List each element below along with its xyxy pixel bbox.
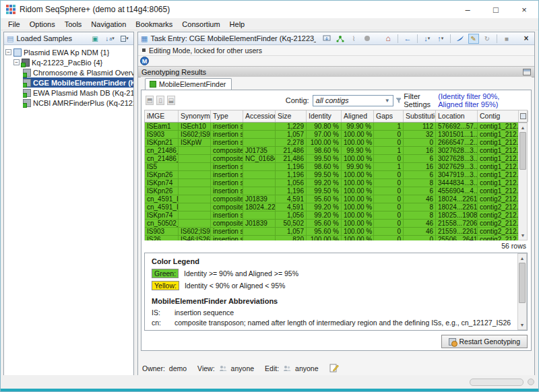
column-header-type[interactable]: Type	[211, 110, 243, 122]
save-image-icon[interactable]: ⬓	[167, 96, 175, 105]
table-row[interactable]: ISKpn74insertion se...1,05699.20 %100.00…	[145, 179, 518, 187]
table-row[interactable]: ISKpn74insertion se...1,05699.20 %100.00…	[145, 211, 518, 220]
collapse-all-icon[interactable]: −▾	[119, 34, 131, 44]
table-cell: 820	[276, 236, 307, 240]
filter-details[interactable]: (Identity filter 90%, Aligned filter 95%…	[438, 92, 524, 108]
scroll-up-icon[interactable]: ▲	[519, 123, 527, 132]
table-cell: 0	[374, 139, 404, 147]
table-row[interactable]: ISKpn21ISKpWinsertion se...2,278100.00 %…	[145, 139, 518, 147]
column-header-size[interactable]: Size	[276, 110, 307, 122]
table-row[interactable]: IS903IS602;IS903...insertion se...1,0579…	[145, 131, 518, 139]
table-cell: 0	[374, 171, 404, 179]
table-cell: cn_21486_IS5	[145, 147, 179, 155]
tree-sample-row[interactable]: − Kq-21223_PacBio {4}	[13, 57, 133, 67]
menu-item-navigation[interactable]: Navigation	[86, 19, 131, 30]
table-row[interactable]: cn_4591_IS...composite tr...18024..22615…	[145, 203, 518, 211]
table-cell: contig1_212...	[478, 163, 518, 171]
edit-mode-icon[interactable]: ✎	[468, 34, 479, 44]
menu-item-options[interactable]: Options	[25, 19, 60, 30]
table-row[interactable]: ISKpn26insertion se...1,19699.50 %100.00…	[145, 171, 518, 179]
export-table-icon[interactable]: ⬒	[146, 96, 154, 105]
edit-label: Edit:	[265, 364, 279, 372]
column-header-accession[interactable]: Accession	[243, 110, 276, 122]
tree-task-row[interactable]: CGE MobileElementFinder (Kq-21223	[23, 77, 133, 88]
back-arrow-icon[interactable]: ←	[402, 34, 413, 44]
collapse-expander-icon[interactable]: −	[13, 59, 20, 65]
table-row[interactable]: IS26IS46;IS260...insertion se...820100.0…	[145, 236, 518, 240]
table-cell	[243, 123, 276, 131]
table-row[interactable]: cn_4591_IS...composite tr...J018394,5919…	[145, 195, 518, 203]
table-row[interactable]: cn_50502_I...composite tr...J0183950,502…	[145, 220, 518, 228]
up-arrow-icon[interactable]: ↑▾	[435, 34, 446, 44]
tab-mobileelementfinder[interactable]: MobileElementFinder	[145, 78, 232, 90]
table-cell: 100.00 %	[342, 187, 374, 195]
scroll-up-icon[interactable]: ▲	[518, 254, 526, 263]
table-settings-icon[interactable]	[519, 110, 528, 122]
tree-task-row[interactable]: NCBI AMRFinderPlus (Kq-21223_PacBio)	[23, 98, 133, 108]
scroll-down-icon[interactable]: ▼	[518, 321, 526, 329]
scrollbar-thumb[interactable]	[519, 263, 526, 303]
window-title: Ridom SeqSphere+ (demo at t14g4:8065)	[20, 5, 170, 14]
monitor-refresh-icon[interactable]	[321, 34, 332, 44]
table-cell: 50,502	[276, 220, 307, 228]
column-header-location[interactable]: Location	[436, 110, 478, 122]
column-header-synonyms[interactable]: Synonyms	[179, 110, 211, 122]
sign-icon[interactable]	[455, 34, 466, 44]
legend-entry: Yellow: Identity < 90% or Aligned < 95%	[152, 281, 513, 290]
down-arrow-icon[interactable]: ↓▾	[422, 34, 433, 44]
column-header-identity[interactable]: Identity	[307, 110, 342, 122]
tree-task-row[interactable]: EWA Plasmid Mash DB (Kq-21223_PacBio)	[23, 88, 133, 98]
contig-select[interactable]: all contigs ▼	[313, 95, 393, 106]
table-cell: 98.60 %	[307, 163, 342, 171]
table-cell: contig2_212...	[478, 203, 518, 211]
table-cell: 6	[404, 171, 436, 179]
column-header-gaps[interactable]: Gaps	[374, 110, 404, 122]
table-cell: 100.00 %	[342, 236, 374, 240]
collapse-expander-icon[interactable]: −	[5, 49, 11, 55]
sort-icon[interactable]: ↓a▾	[104, 34, 116, 44]
table-cell	[179, 163, 211, 171]
table-row[interactable]: ISEam1ISEch10insertion se...1,22990.80 %…	[145, 123, 518, 131]
column-header-contig[interactable]: Contig	[478, 110, 519, 122]
maximize-button[interactable]: □	[482, 1, 510, 18]
detach-panel-icon[interactable]	[523, 69, 531, 75]
home-icon[interactable]: ⌂	[383, 34, 393, 44]
filter-settings-link[interactable]: Filter Settings	[404, 92, 435, 108]
table-cell: 576692...57...	[436, 123, 478, 131]
section-title: Genotyping Results	[141, 68, 206, 76]
table-row[interactable]: cn_21486_IS5composite tr...J0173521,4869…	[145, 147, 518, 155]
table-row[interactable]: cn_21486_I...composite tr...NC_01684521,…	[145, 155, 518, 163]
table-cell: 0	[404, 139, 436, 147]
sample-icon	[22, 59, 30, 67]
tree-root-row[interactable]: − Plasmid EWA Kp NDM {1}	[5, 47, 133, 57]
menu-item-bookmarks[interactable]: Bookmarks	[131, 19, 177, 30]
minimize-button[interactable]: –	[453, 1, 482, 18]
menu-item-consortium[interactable]: Consortium	[177, 19, 224, 30]
table-row[interactable]: IS5insertion se...1,19698.60 %99.90 %116…	[145, 163, 518, 171]
table-scrollbar[interactable]: ▲ ▼	[518, 123, 528, 240]
network-icon[interactable]	[335, 34, 346, 44]
scrollbar-thumb[interactable]	[519, 132, 526, 170]
edit-permissions-icon[interactable]	[329, 364, 339, 372]
column-header-imge[interactable]: iMGE	[145, 110, 179, 122]
table-cell: composite tr...	[211, 220, 243, 228]
column-header-aligned[interactable]: Aligned	[342, 110, 374, 122]
table-row[interactable]: ISKpn26insertion se...1,19699.50 %100.00…	[145, 187, 518, 195]
table-cell	[243, 236, 276, 240]
table-cell: composite tr...	[211, 203, 243, 211]
scroll-down-icon[interactable]: ▼	[519, 231, 527, 240]
legend-scrollbar[interactable]: ▲ ▼	[517, 253, 527, 330]
restart-genotyping-button[interactable]: Restart Genotyping	[441, 335, 528, 348]
menu-item-file[interactable]: File	[3, 19, 25, 30]
tree-task-row[interactable]: Chromosome & Plasmid Overview (Kq-2122	[23, 67, 133, 77]
table-cell: contig2_212...	[478, 211, 518, 220]
column-header-substitution[interactable]: Substitution	[404, 110, 436, 122]
import-samples-icon[interactable]: ▣	[89, 34, 101, 44]
table-row[interactable]: IS903IS602;IS903...insertion se...1,0579…	[145, 228, 518, 236]
table-cell: 2666547...2...	[436, 139, 478, 147]
close-button[interactable]: ×	[510, 1, 538, 18]
menu-item-tools[interactable]: Tools	[60, 19, 87, 30]
copy-table-icon[interactable]: ▯	[156, 96, 164, 105]
close-task-icon[interactable]: ×	[521, 34, 532, 44]
menu-item-help[interactable]: Help	[225, 19, 250, 30]
